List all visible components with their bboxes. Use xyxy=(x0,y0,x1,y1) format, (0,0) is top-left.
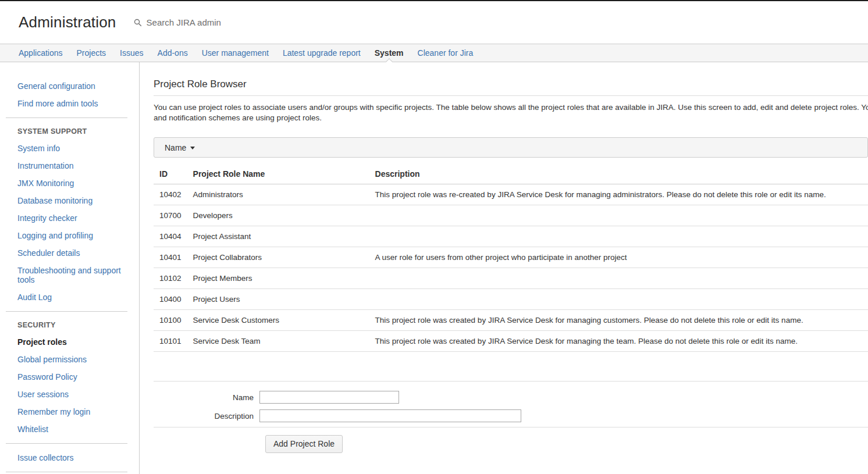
admin-sidebar: General configuration Find more admin to… xyxy=(0,62,140,474)
role-id: 10401 xyxy=(154,247,187,268)
role-description xyxy=(369,268,868,289)
role-name: Project Assistant xyxy=(187,226,369,247)
column-header-id: ID xyxy=(154,165,187,184)
sidebar-item-system-info[interactable]: System info xyxy=(0,140,139,157)
nav-tab-latest-upgrade-report[interactable]: Latest upgrade report xyxy=(276,44,368,62)
name-field[interactable] xyxy=(259,391,399,404)
page-title: Project Role Browser xyxy=(154,79,868,90)
nav-tab-system-label: System xyxy=(375,48,404,58)
sidebar-item-user-sessions[interactable]: User sessions xyxy=(0,386,139,403)
nav-tab-user-management[interactable]: User management xyxy=(195,44,276,62)
sidebar-item-database-monitoring[interactable]: Database monitoring xyxy=(0,192,139,209)
role-name: Administrators xyxy=(187,184,369,205)
name-sort-label: Name xyxy=(165,143,186,152)
role-name: Service Desk Team xyxy=(187,331,369,352)
add-project-role-button[interactable]: Add Project Role xyxy=(265,435,343,453)
admin-search xyxy=(134,17,279,28)
column-header-project-role-name: Project Role Name xyxy=(187,165,369,184)
sidebar-item-logging-and-profiling[interactable]: Logging and profiling xyxy=(0,227,139,244)
table-row: 10404 Project Assistant xyxy=(154,226,868,247)
role-description: This project role was re-created by JIRA… xyxy=(369,184,868,205)
sidebar-item-issue-collectors[interactable]: Issue collectors xyxy=(0,449,139,466)
table-row: 10102 Project Members xyxy=(154,268,868,289)
sidebar-item-jmx-monitoring[interactable]: JMX Monitoring xyxy=(0,174,139,192)
sidebar-item-integrity-checker[interactable]: Integrity checker xyxy=(0,209,139,227)
sidebar-item-general-configuration[interactable]: General configuration xyxy=(0,77,139,95)
role-description: A user role for users from other project… xyxy=(369,247,868,268)
role-id: 10402 xyxy=(154,184,187,205)
role-name: Service Desk Customers xyxy=(187,310,369,331)
role-id: 10400 xyxy=(154,289,187,310)
app-title: Administration xyxy=(19,13,116,31)
role-description xyxy=(369,226,868,247)
admin-navbar: Applications Projects Issues Add-ons Use… xyxy=(0,44,868,62)
sidebar-item-find-more-admin-tools[interactable]: Find more admin tools xyxy=(0,95,139,112)
sidebar-item-project-roles[interactable]: Project roles xyxy=(0,333,139,351)
table-row: 10400 Project Users xyxy=(154,289,868,310)
sidebar-item-password-policy[interactable]: Password Policy xyxy=(0,368,139,386)
role-description: This project role was created by JIRA Se… xyxy=(369,310,868,331)
sidebar-item-global-permissions[interactable]: Global permissions xyxy=(0,351,139,368)
sidebar-item-troubleshooting-and-support-tools[interactable]: Troubleshooting and support tools xyxy=(0,262,139,288)
description-field-label: Description xyxy=(154,412,259,420)
role-name: Project Collabrators xyxy=(187,247,369,268)
role-id: 10101 xyxy=(154,331,187,352)
table-row: 10100 Service Desk Customers This projec… xyxy=(154,310,868,331)
role-name: Developers xyxy=(187,205,369,226)
nav-tab-cleaner-for-jira[interactable]: Cleaner for Jira xyxy=(411,44,481,62)
main-content: Project Role Browser You can use project… xyxy=(140,62,868,474)
sidebar-divider xyxy=(6,472,127,472)
sidebar-item-audit-log[interactable]: Audit Log xyxy=(0,288,139,306)
sidebar-divider xyxy=(6,311,127,312)
sidebar-item-whitelist[interactable]: Whitelist xyxy=(0,420,139,438)
table-row: 10402 Administrators This project role w… xyxy=(154,184,868,205)
table-header-row: ID Project Role Name Description xyxy=(154,165,868,184)
sidebar-heading-system-support: SYSTEM SUPPORT xyxy=(0,123,139,140)
name-field-label: Name xyxy=(154,393,259,402)
nav-tab-applications[interactable]: Applications xyxy=(12,44,70,62)
role-id: 10404 xyxy=(154,226,187,247)
role-id: 10100 xyxy=(154,310,187,331)
intro-text: You can use project roles to associate u… xyxy=(154,102,868,123)
sidebar-heading-security: SECURITY xyxy=(0,317,139,333)
role-description: This project role was created by JIRA Se… xyxy=(369,331,868,352)
column-header-description: Description xyxy=(369,165,868,184)
add-project-role-form: Name Description xyxy=(154,382,868,427)
sidebar-divider xyxy=(6,117,127,118)
sidebar-item-instrumentation[interactable]: Instrumentation xyxy=(0,157,139,174)
description-field[interactable] xyxy=(259,409,521,422)
table-row: 10101 Service Desk Team This project rol… xyxy=(154,331,868,352)
nav-tab-issues[interactable]: Issues xyxy=(113,44,150,62)
nav-tab-system[interactable]: System xyxy=(368,44,411,62)
sidebar-item-remember-my-login[interactable]: Remember my login xyxy=(0,403,139,420)
intro-line-2: and notification schemes are using proje… xyxy=(154,113,868,123)
intro-line-1: You can use project roles to associate u… xyxy=(154,102,868,113)
role-description xyxy=(369,205,868,226)
role-id: 10700 xyxy=(154,205,187,226)
role-description xyxy=(369,289,868,310)
search-icon xyxy=(134,19,142,27)
role-name: Project Users xyxy=(187,289,369,310)
nav-tab-projects[interactable]: Projects xyxy=(70,44,113,62)
chevron-down-icon xyxy=(190,147,195,149)
project-roles-table: ID Project Role Name Description 10402 A… xyxy=(154,165,868,352)
search-input[interactable] xyxy=(145,17,279,28)
app-header: Administration xyxy=(0,1,868,44)
table-row: 10401 Project Collabrators A user role f… xyxy=(154,247,868,268)
nav-tab-add-ons[interactable]: Add-ons xyxy=(151,44,195,62)
sidebar-item-scheduler-details[interactable]: Scheduler details xyxy=(0,244,139,262)
role-id: 10102 xyxy=(154,268,187,289)
form-bottom-divider xyxy=(154,427,868,427)
table-row: 10700 Developers xyxy=(154,205,868,226)
name-sort-dropdown[interactable]: Name xyxy=(154,137,868,158)
role-name: Project Members xyxy=(187,268,369,289)
sidebar-divider xyxy=(6,443,127,444)
